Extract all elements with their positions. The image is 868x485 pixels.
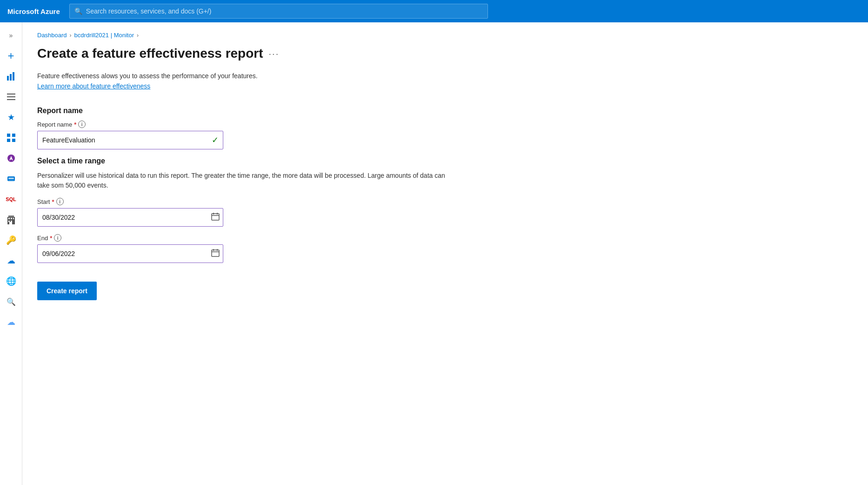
start-date-input[interactable] <box>37 208 223 227</box>
search-bar[interactable]: 🔍 <box>69 4 488 19</box>
sidebar-collapse-button[interactable]: » <box>2 26 20 45</box>
svg-rect-18 <box>13 218 14 219</box>
breadcrumb-dashboard[interactable]: Dashboard <box>37 32 67 39</box>
svg-rect-16 <box>8 218 10 219</box>
breadcrumb-monitor[interactable]: bcdrdrill2021 | Monitor <box>74 32 134 39</box>
end-required: * <box>50 235 52 242</box>
report-name-input-wrap: ✓ <box>37 131 223 149</box>
start-label: Start * i <box>37 198 853 205</box>
svg-rect-4 <box>7 96 15 97</box>
end-date-input[interactable] <box>37 244 223 263</box>
sidebar-item-building[interactable] <box>2 210 20 229</box>
svg-rect-19 <box>8 221 10 222</box>
svg-rect-6 <box>7 134 10 137</box>
svg-rect-22 <box>8 216 14 217</box>
sidebar-item-key[interactable]: 🔑 <box>2 231 20 249</box>
svg-rect-5 <box>7 99 15 100</box>
end-label-text: End <box>37 235 48 242</box>
report-name-check-icon: ✓ <box>212 135 219 145</box>
svg-rect-20 <box>11 221 12 222</box>
svg-rect-9 <box>12 139 15 142</box>
end-info-icon[interactable]: i <box>54 234 61 242</box>
sidebar: » + ★ SQL 🔑 ☁ 🌐 🔍 ☁ <box>0 22 22 485</box>
start-date-wrap <box>37 208 223 227</box>
sidebar-item-storage[interactable] <box>2 169 20 188</box>
svg-rect-1 <box>10 74 12 81</box>
topbar: Microsoft Azure 🔍 <box>0 0 868 22</box>
report-name-label: Report name * i <box>37 121 853 128</box>
breadcrumb: Dashboard › bcdrdrill2021 | Monitor › <box>37 32 853 39</box>
report-name-section-title: Report name <box>37 107 853 115</box>
svg-rect-8 <box>7 139 10 142</box>
search-icon: 🔍 <box>74 7 82 15</box>
create-report-button[interactable]: Create report <box>37 282 97 300</box>
sidebar-item-search2[interactable]: 🔍 <box>2 292 20 311</box>
end-label: End * i <box>37 234 853 242</box>
start-required: * <box>52 198 54 205</box>
sidebar-item-personalizer[interactable] <box>2 149 20 168</box>
azure-logo: Microsoft Azure <box>7 7 60 15</box>
report-name-section: Report name Report name * i ✓ <box>37 107 853 149</box>
more-options-icon[interactable]: ··· <box>269 48 280 59</box>
svg-rect-21 <box>9 222 12 224</box>
time-range-section: Select a time range Personalizer will us… <box>37 157 853 263</box>
report-name-required: * <box>74 121 76 128</box>
page-title-row: Create a feature effectiveness report ··… <box>37 46 853 61</box>
learn-more-link[interactable]: Learn more about feature effectiveness <box>37 82 150 90</box>
sidebar-item-menu[interactable] <box>2 88 20 106</box>
svg-rect-14 <box>8 180 14 180</box>
svg-rect-3 <box>7 94 15 94</box>
svg-rect-13 <box>8 178 14 179</box>
feature-description: Feature effectiveness alows you to asses… <box>37 72 853 80</box>
svg-rect-2 <box>13 72 14 81</box>
sidebar-item-cloud2[interactable]: ☁ <box>2 313 20 331</box>
sidebar-item-add[interactable]: + <box>2 47 20 65</box>
sidebar-item-globe[interactable]: 🌐 <box>2 272 20 290</box>
report-name-info-icon[interactable]: i <box>78 121 86 128</box>
main-layout: » + ★ SQL 🔑 ☁ 🌐 🔍 ☁ Dashboard <box>0 22 868 485</box>
start-info-icon[interactable]: i <box>56 198 64 205</box>
page-title: Create a feature effectiveness report <box>37 46 263 61</box>
content-area: Dashboard › bcdrdrill2021 | Monitor › Cr… <box>22 22 868 485</box>
sidebar-item-chart[interactable] <box>2 67 20 86</box>
end-date-wrap <box>37 244 223 263</box>
time-range-description: Personalizer will use historical data to… <box>37 171 456 190</box>
sidebar-item-sql[interactable]: SQL <box>2 190 20 209</box>
breadcrumb-sep-2: › <box>137 32 139 39</box>
sidebar-item-grid[interactable] <box>2 128 20 147</box>
breadcrumb-sep-1: › <box>70 32 72 39</box>
report-name-label-text: Report name <box>37 121 72 128</box>
sidebar-item-favorites[interactable]: ★ <box>2 108 20 127</box>
search-input[interactable] <box>86 7 483 15</box>
svg-rect-0 <box>7 76 9 81</box>
report-name-input[interactable] <box>37 131 223 149</box>
sidebar-item-cloud1[interactable]: ☁ <box>2 251 20 270</box>
time-range-section-title: Select a time range <box>37 157 853 165</box>
svg-rect-17 <box>11 218 12 219</box>
start-label-text: Start <box>37 198 50 205</box>
svg-rect-7 <box>12 134 15 137</box>
